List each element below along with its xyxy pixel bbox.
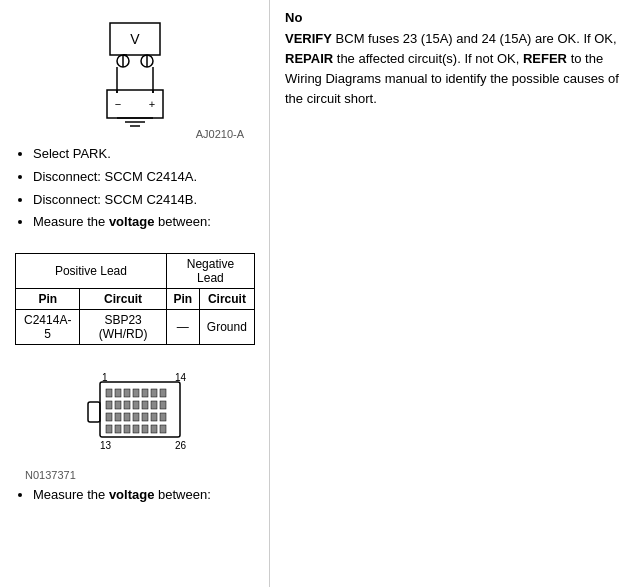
- no-label: No: [285, 10, 627, 25]
- svg-rect-40: [124, 401, 130, 409]
- svg-text:−: −: [114, 98, 120, 110]
- svg-rect-57: [151, 425, 157, 433]
- negative-lead-header: Negative Lead: [166, 254, 254, 289]
- svg-rect-54: [124, 425, 130, 433]
- list-item-2: Disconnect: SCCM C2414A.: [33, 167, 211, 188]
- svg-rect-30: [88, 402, 100, 422]
- svg-text:+: +: [148, 98, 154, 110]
- svg-text:26: 26: [175, 440, 187, 451]
- cell-pin1: C2414A-5: [16, 310, 80, 345]
- svg-rect-38: [106, 401, 112, 409]
- svg-rect-39: [115, 401, 121, 409]
- svg-rect-34: [133, 389, 139, 397]
- left-panel: V: [0, 0, 270, 587]
- svg-rect-42: [142, 401, 148, 409]
- svg-rect-41: [133, 401, 139, 409]
- instruction-list: Select PARK. Disconnect: SCCM C2414A. Di…: [15, 144, 211, 235]
- pin-col-header-1: Pin: [16, 289, 80, 310]
- voltmeter-diagram-container: V: [15, 10, 254, 140]
- cell-circuit1: SBP23 (WH/RD): [80, 310, 166, 345]
- svg-rect-55: [133, 425, 139, 433]
- list-item-4: Measure the voltage between:: [33, 212, 211, 233]
- main-container: V: [0, 0, 642, 587]
- voltmeter-battery-diagram: V: [75, 18, 195, 128]
- svg-rect-32: [115, 389, 121, 397]
- diagram-label-top: AJ0210-A: [196, 128, 244, 140]
- svg-rect-45: [106, 413, 112, 421]
- svg-rect-47: [124, 413, 130, 421]
- list-item-1-text: Select PARK.: [33, 146, 111, 161]
- refer-bold: REFER: [523, 51, 567, 66]
- svg-rect-43: [151, 401, 157, 409]
- positive-lead-header: Positive Lead: [16, 254, 167, 289]
- list-item-1: Select PARK.: [33, 144, 211, 165]
- svg-rect-50: [151, 413, 157, 421]
- svg-rect-37: [160, 389, 166, 397]
- svg-rect-33: [124, 389, 130, 397]
- svg-rect-31: [106, 389, 112, 397]
- list-item-5: Measure the voltage between:: [33, 485, 211, 506]
- bold-voltage-2: voltage: [109, 487, 155, 502]
- repair-bold: REPAIR: [285, 51, 333, 66]
- connector-diagram-container: 1 14: [15, 367, 254, 481]
- list-item-3-text: Disconnect: SCCM C2414B.: [33, 192, 197, 207]
- connector-diagram-svg: 1 14: [70, 367, 200, 467]
- svg-rect-58: [160, 425, 166, 433]
- svg-text:13: 13: [100, 440, 112, 451]
- svg-rect-56: [142, 425, 148, 433]
- right-text: VERIFY BCM fuses 23 (15A) and 24 (15A) a…: [285, 29, 627, 110]
- svg-rect-44: [160, 401, 166, 409]
- circuit-col-header-2: Circuit: [199, 289, 254, 310]
- svg-rect-49: [142, 413, 148, 421]
- instruction-list-2: Measure the voltage between:: [15, 485, 211, 508]
- cell-pin2: —: [166, 310, 199, 345]
- svg-rect-35: [142, 389, 148, 397]
- list-item-3: Disconnect: SCCM C2414B.: [33, 190, 211, 211]
- cell-circuit2: Ground: [199, 310, 254, 345]
- connector-label: N0137371: [25, 469, 76, 481]
- svg-rect-48: [133, 413, 139, 421]
- voltage-table: Positive Lead Negative Lead Pin Circuit …: [15, 253, 255, 345]
- pin-col-header-2: Pin: [166, 289, 199, 310]
- svg-rect-53: [115, 425, 121, 433]
- bold-voltage-1: voltage: [109, 214, 155, 229]
- table-row-1: C2414A-5 SBP23 (WH/RD) — Ground: [16, 310, 255, 345]
- svg-rect-46: [115, 413, 121, 421]
- circuit-col-header-1: Circuit: [80, 289, 166, 310]
- right-panel: No VERIFY BCM fuses 23 (15A) and 24 (15A…: [270, 0, 642, 587]
- svg-text:V: V: [130, 31, 140, 47]
- svg-rect-36: [151, 389, 157, 397]
- svg-rect-51: [160, 413, 166, 421]
- svg-rect-52: [106, 425, 112, 433]
- verify-bold: VERIFY: [285, 31, 332, 46]
- list-item-2-text: Disconnect: SCCM C2414A.: [33, 169, 197, 184]
